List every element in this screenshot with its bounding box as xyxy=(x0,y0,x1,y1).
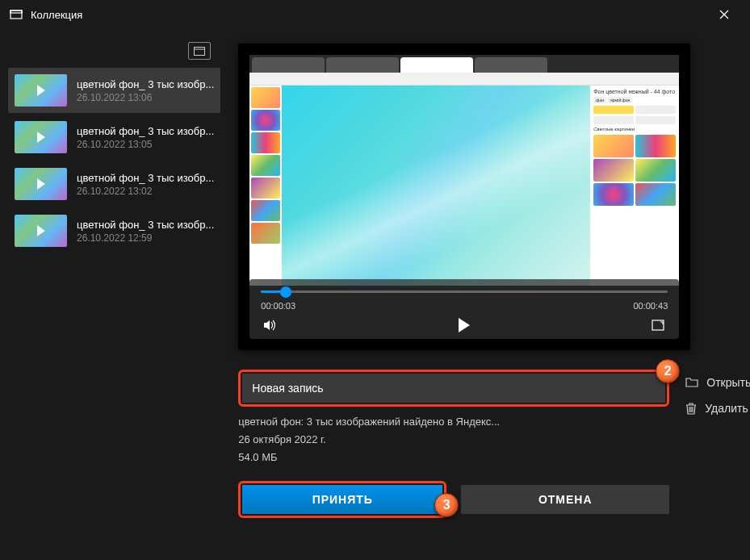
name-input-highlight: 2 xyxy=(238,370,669,407)
folder-icon xyxy=(685,377,698,388)
window-title: Коллекция xyxy=(31,9,708,21)
close-button[interactable] xyxy=(708,0,740,29)
details-section: 2 цветной фон: 3 тыс изображений найдено… xyxy=(238,370,750,518)
sidebar: цветной фон_ 3 тыс изобр... 26.10.2022 1… xyxy=(0,29,224,560)
player-controls: 00:00:03 00:00:43 xyxy=(249,279,679,339)
recording-date: 26.10.2022 13:06 xyxy=(77,92,214,103)
fullscreen-icon xyxy=(652,320,664,331)
recording-date-full: 26 октября 2022 г. xyxy=(238,431,669,449)
recording-text: цветной фон_ 3 тыс изобр... 26.10.2022 1… xyxy=(77,125,214,150)
open-folder-label: Открыть папку с фа... xyxy=(706,376,750,389)
annotation-badge-2: 2 xyxy=(656,359,680,383)
recording-text: цветной фон_ 3 тыс изобр... 26.10.2022 1… xyxy=(77,219,214,244)
recording-item[interactable]: цветной фон_ 3 тыс изобр... 26.10.2022 1… xyxy=(8,161,220,207)
recording-item[interactable]: цветной фон_ 3 тыс изобр... 26.10.2022 1… xyxy=(8,208,220,253)
cancel-button[interactable]: ОТМЕНА xyxy=(461,485,669,514)
recording-title: цветной фон_ 3 тыс изобр... xyxy=(77,172,214,184)
collection-window: Коллекция цветной фон_ 3 тыс изобр... xyxy=(0,0,750,560)
recording-date: 26.10.2022 12:59 xyxy=(77,232,214,244)
fullscreen-button[interactable] xyxy=(648,316,668,335)
view-mode-button[interactable] xyxy=(188,42,211,60)
window-icon xyxy=(194,47,205,56)
preview-content: Фон цветной нежный - 44 фото фоняркий фо… xyxy=(249,55,679,286)
recording-title: цветной фон_ 3 тыс изобр... xyxy=(77,78,214,90)
total-time: 00:00:43 xyxy=(633,301,668,311)
delete-link[interactable]: Удалить xyxy=(685,395,750,421)
sidebar-toolbar xyxy=(8,39,220,68)
recording-title: цветной фон_ 3 тыс изобр... xyxy=(77,219,214,231)
recording-date: 26.10.2022 13:02 xyxy=(77,186,214,197)
file-size: 54.0 МБ xyxy=(238,449,669,466)
content-area: Фон цветной нежный - 44 фото фоняркий фо… xyxy=(224,29,750,560)
seek-bar[interactable] xyxy=(261,290,668,293)
volume-button[interactable] xyxy=(261,316,280,335)
recording-thumbnail xyxy=(15,74,67,107)
accept-button[interactable]: ПРИНЯТЬ xyxy=(242,485,442,514)
titlebar: Коллекция xyxy=(0,0,750,29)
recording-thumbnail xyxy=(15,121,67,153)
recording-text: цветной фон_ 3 тыс изобр... 26.10.2022 1… xyxy=(77,172,214,197)
open-folder-link[interactable]: Открыть папку с фа... xyxy=(685,370,750,395)
seek-handle[interactable] xyxy=(280,286,291,298)
video-preview: Фон цветной нежный - 44 фото фоняркий фо… xyxy=(238,44,690,350)
speaker-icon xyxy=(263,319,278,332)
recording-date: 26.10.2022 13:05 xyxy=(77,139,214,150)
time-display: 00:00:03 00:00:43 xyxy=(261,301,668,311)
metadata: цветной фон: 3 тыс изображений найдено в… xyxy=(238,413,669,466)
full-title: цветной фон: 3 тыс изображений найдено в… xyxy=(238,413,669,431)
app-icon xyxy=(10,8,23,21)
recording-thumbnail xyxy=(15,215,67,247)
delete-label: Удалить xyxy=(705,402,748,415)
annotation-badge-3: 3 xyxy=(434,493,459,517)
play-button[interactable] xyxy=(455,316,474,335)
recording-item[interactable]: цветной фон_ 3 тыс изобр... 26.10.2022 1… xyxy=(8,115,220,160)
svg-rect-0 xyxy=(10,10,22,19)
recording-title: цветной фон_ 3 тыс изобр... xyxy=(77,125,214,137)
main-area: цветной фон_ 3 тыс изобр... 26.10.2022 1… xyxy=(0,29,750,560)
close-icon xyxy=(719,10,729,19)
svg-rect-2 xyxy=(195,47,205,55)
recording-text: цветной фон_ 3 тыс изобр... 26.10.2022 1… xyxy=(77,78,214,103)
recording-thumbnail xyxy=(15,168,67,200)
accept-button-highlight: ПРИНЯТЬ 3 xyxy=(238,481,446,518)
current-time: 00:00:03 xyxy=(261,301,295,311)
play-icon xyxy=(459,318,470,332)
recording-name-input[interactable] xyxy=(242,374,665,403)
trash-icon xyxy=(685,402,697,415)
recording-item[interactable]: цветной фон_ 3 тыс изобр... 26.10.2022 1… xyxy=(8,68,220,113)
svg-rect-1 xyxy=(10,10,22,13)
